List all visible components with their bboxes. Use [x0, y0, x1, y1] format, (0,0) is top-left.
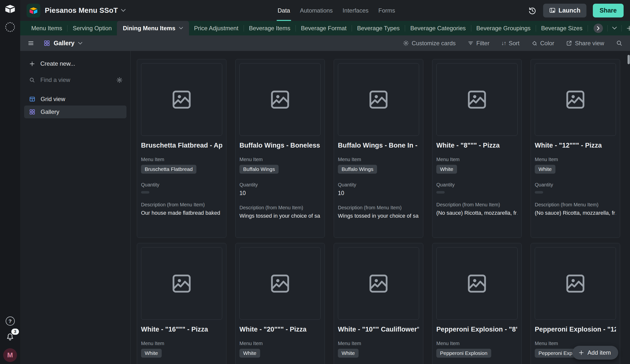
- image-placeholder: [436, 63, 518, 136]
- top-nav: Data Automations Interfaces Forms: [278, 0, 395, 21]
- field-label-menu-item: Menu Item: [535, 341, 616, 346]
- gallery-card[interactable]: White - "10"" Cauliflower" … Menu Item W…: [334, 243, 423, 364]
- field-label-menu-item: Menu Item: [240, 341, 321, 346]
- tab-beverage-items[interactable]: Beverage Items: [244, 21, 296, 35]
- tab-truncated[interactable]: Bevera: [588, 21, 593, 35]
- sidebar-item-gallery[interactable]: Gallery: [24, 105, 126, 118]
- menu-item-chip[interactable]: Buffalo Wings: [240, 165, 278, 174]
- menu-item-chip[interactable]: White: [141, 349, 162, 358]
- gallery-card[interactable]: White - "16""" - Pizza Menu Item White Q…: [137, 243, 226, 364]
- header: Piesanos Menu SSoT Data Automations Inte…: [20, 0, 630, 21]
- field-label-description: Description (from Menu Item): [535, 202, 616, 208]
- image-placeholder: [535, 247, 616, 320]
- view-settings-gear-icon[interactable]: [116, 77, 122, 83]
- image-icon: [565, 273, 586, 294]
- nav-item-interfaces[interactable]: Interfaces: [342, 0, 368, 21]
- launch-icon: [549, 7, 556, 14]
- notifications-button[interactable]: 3: [6, 333, 14, 341]
- tab-beverage-types[interactable]: Beverage Types: [352, 21, 405, 35]
- tab-beverage-format[interactable]: Beverage Format: [296, 21, 352, 35]
- filter-button[interactable]: Filter: [468, 40, 490, 47]
- menu-item-chip[interactable]: White: [436, 165, 457, 174]
- sidebar-item-grid-view[interactable]: Grid view: [24, 93, 126, 105]
- notification-count-badge: 3: [11, 329, 19, 335]
- image-placeholder: [338, 247, 419, 320]
- view-sidebar-toggle[interactable]: [28, 36, 34, 50]
- tab-beverage-groupings[interactable]: Beverage Groupings: [471, 21, 536, 35]
- menu-item-chip[interactable]: White: [240, 349, 260, 358]
- tab-menu-items[interactable]: Menu Items: [26, 21, 67, 35]
- menu-item-chip[interactable]: White: [338, 349, 358, 358]
- add-item-button[interactable]: Add item: [572, 346, 618, 360]
- base-icon[interactable]: [26, 4, 40, 17]
- menu-item-chip[interactable]: White: [535, 165, 556, 174]
- share-view-button[interactable]: Share view: [566, 40, 604, 47]
- field-label-description: Description (from Menu Item): [338, 205, 419, 211]
- help-icon[interactable]: ?: [6, 317, 15, 326]
- gallery-card[interactable]: Pepperoni Explosion - "8""… Menu Item Pe…: [432, 243, 522, 364]
- plus-icon: [578, 350, 584, 356]
- app-rail: ? 3 M: [0, 0, 20, 364]
- image-placeholder: [338, 63, 419, 136]
- gallery-card[interactable]: Buffalo Wings - Boneless - … Menu Item B…: [235, 59, 325, 238]
- image-icon: [368, 273, 389, 294]
- color-button[interactable]: Color: [531, 40, 554, 47]
- expand-tabs-button[interactable]: [608, 21, 622, 35]
- find-view-input[interactable]: Find a view: [24, 73, 126, 86]
- card-title: Bruschetta Flatbread - App…: [141, 142, 222, 149]
- nav-item-automations[interactable]: Automations: [300, 0, 333, 21]
- sort-arrows-icon: ↓↑: [501, 40, 506, 46]
- create-new-button[interactable]: Create new...: [24, 57, 126, 70]
- plus-icon: [29, 61, 35, 67]
- gallery-card[interactable]: White - "8""" - Pizza Menu Item White Qu…: [432, 59, 522, 238]
- tab-dining-menu-items[interactable]: Dining Menu Items: [117, 21, 189, 35]
- chevron-down-icon: [78, 42, 82, 45]
- field-label-menu-item: Menu Item: [338, 157, 419, 162]
- customize-cards-button[interactable]: Customize cards: [403, 40, 456, 47]
- tab-serving-option[interactable]: Serving Option: [68, 21, 117, 35]
- search-button[interactable]: [616, 40, 622, 46]
- gallery-icon: [29, 109, 36, 115]
- airtable-logo-icon[interactable]: [5, 4, 15, 13]
- description-field: Description (from Menu Item) (No sauce) …: [436, 202, 518, 216]
- quantity-empty-pill: [436, 191, 445, 194]
- chevron-down-icon[interactable]: [121, 9, 126, 12]
- share-button[interactable]: Share: [593, 4, 624, 17]
- gallery-card[interactable]: Buffalo Wings - Bone In - A… Menu Item B…: [334, 59, 423, 238]
- description-value: (No sauce) Ricotta, mozzarella, fr…: [535, 210, 616, 216]
- menu-item-chip[interactable]: Bruschetta Flatbread: [141, 165, 196, 174]
- menu-item-chip[interactable]: Pepperoni Explosion: [436, 349, 491, 358]
- color-icon: [531, 40, 538, 46]
- tab-beverage-sizes[interactable]: Beverage Sizes: [536, 21, 588, 35]
- card-title: White - "8""" - Pizza: [436, 142, 518, 149]
- sort-button[interactable]: ↓↑ Sort: [501, 40, 520, 47]
- nav-item-data[interactable]: Data: [278, 0, 290, 21]
- card-title: Buffalo Wings - Boneless - …: [240, 142, 321, 149]
- history-icon[interactable]: [528, 6, 537, 15]
- base-title[interactable]: Piesanos Menu SSoT: [45, 6, 118, 14]
- gallery-card[interactable]: Bruschetta Flatbread - App… Menu Item Br…: [137, 59, 226, 238]
- views-sidebar: Create new... Find a view Grid view Gall…: [20, 51, 131, 364]
- search-icon: [29, 77, 35, 83]
- field-label-menu-item: Menu Item: [436, 157, 518, 162]
- gallery-card[interactable]: White - "12""" - Pizza Menu Item White Q…: [530, 59, 620, 238]
- filter-icon: [468, 40, 474, 46]
- quantity-value: 10: [240, 190, 321, 197]
- menu-item-chip[interactable]: Buffalo Wings: [338, 165, 377, 174]
- view-switcher[interactable]: Gallery: [44, 39, 82, 47]
- field-label-quantity: Quantity: [436, 182, 518, 188]
- tab-beverage-categories[interactable]: Beverage Categories: [405, 21, 471, 35]
- scroll-tabs-right-button[interactable]: [594, 24, 603, 33]
- gallery-card[interactable]: White - "20""" - Pizza Menu Item White Q…: [235, 243, 325, 364]
- add-table-button[interactable]: [622, 21, 630, 35]
- launch-button[interactable]: Launch: [543, 4, 586, 17]
- nav-item-forms[interactable]: Forms: [378, 0, 395, 21]
- card-title: Buffalo Wings - Bone In - A…: [338, 142, 419, 149]
- vertical-scrollbar[interactable]: [628, 55, 630, 64]
- user-avatar[interactable]: M: [3, 348, 17, 362]
- card-title: White - "12""" - Pizza: [535, 142, 616, 149]
- image-placeholder: [535, 63, 616, 136]
- tab-price-adjustment[interactable]: Price Adjustment: [189, 21, 244, 35]
- field-label-menu-item: Menu Item: [535, 157, 616, 162]
- field-label-menu-item: Menu Item: [141, 157, 222, 162]
